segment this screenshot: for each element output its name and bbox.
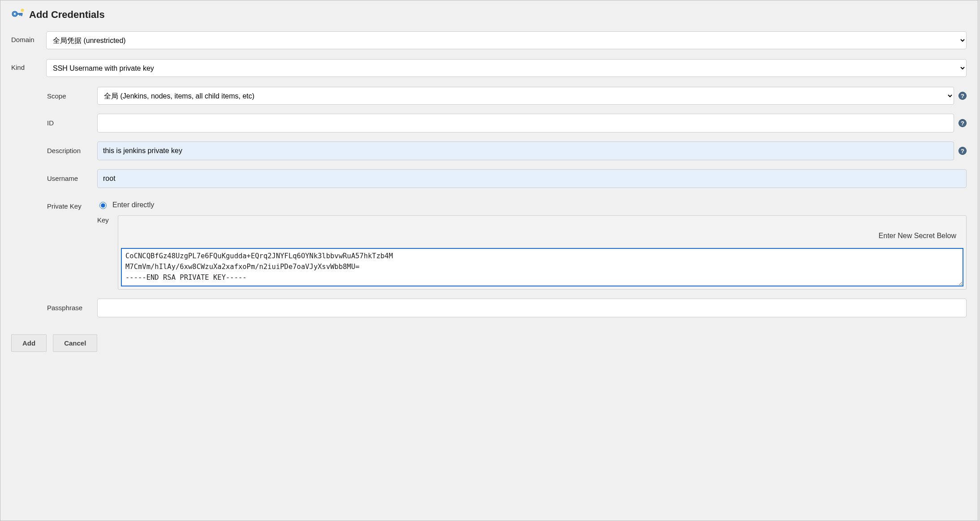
help-icon[interactable]: ? bbox=[959, 92, 967, 100]
page-header: Add Credentials bbox=[11, 9, 967, 21]
domain-select[interactable]: 全局凭据 (unrestricted) bbox=[46, 31, 967, 49]
private-key-label: Private Key bbox=[47, 197, 97, 210]
username-input[interactable] bbox=[97, 169, 967, 188]
id-input[interactable] bbox=[97, 114, 954, 132]
username-label: Username bbox=[47, 169, 97, 182]
key-label: Key bbox=[97, 215, 118, 290]
field-kind: Kind SSH Username with private key bbox=[11, 59, 967, 77]
key-textarea[interactable] bbox=[121, 248, 963, 286]
kind-select[interactable]: SSH Username with private key bbox=[46, 59, 967, 77]
add-button[interactable]: Add bbox=[11, 334, 47, 352]
enter-directly-label: Enter directly bbox=[112, 201, 154, 209]
description-label: Description bbox=[47, 141, 97, 154]
scope-label: Scope bbox=[47, 87, 97, 100]
description-input[interactable] bbox=[97, 141, 954, 160]
domain-label: Domain bbox=[11, 31, 46, 43]
field-description: Description ? bbox=[47, 141, 967, 160]
help-icon[interactable]: ? bbox=[959, 147, 967, 155]
enter-directly-radio[interactable] bbox=[99, 202, 107, 209]
field-domain: Domain 全局凭据 (unrestricted) bbox=[11, 31, 967, 49]
field-scope: Scope 全局 (Jenkins, nodes, items, all chi… bbox=[47, 87, 967, 105]
button-bar: Add Cancel bbox=[11, 334, 967, 352]
scope-select[interactable]: 全局 (Jenkins, nodes, items, all child ite… bbox=[97, 87, 954, 105]
passphrase-input[interactable] bbox=[97, 299, 967, 317]
svg-rect-3 bbox=[21, 13, 22, 16]
field-username: Username bbox=[47, 169, 967, 188]
field-id: ID ? bbox=[47, 114, 967, 132]
field-private-key: Private Key Enter directly Key Enter New… bbox=[47, 197, 967, 290]
page-container: Add Credentials Domain 全局凭据 (unrestricte… bbox=[0, 0, 980, 521]
page-title: Add Credentials bbox=[29, 9, 105, 21]
key-icon bbox=[11, 9, 25, 21]
svg-point-1 bbox=[14, 13, 16, 15]
key-box: Enter New Secret Below bbox=[118, 215, 967, 290]
kind-label: Kind bbox=[11, 59, 46, 71]
key-hint: Enter New Secret Below bbox=[118, 216, 966, 248]
help-icon[interactable]: ? bbox=[959, 119, 967, 127]
field-passphrase: Passphrase bbox=[47, 299, 967, 317]
passphrase-label: Passphrase bbox=[47, 299, 97, 312]
svg-point-5 bbox=[21, 9, 24, 12]
id-label: ID bbox=[47, 114, 97, 127]
cancel-button[interactable]: Cancel bbox=[53, 334, 97, 352]
svg-rect-4 bbox=[20, 13, 21, 16]
